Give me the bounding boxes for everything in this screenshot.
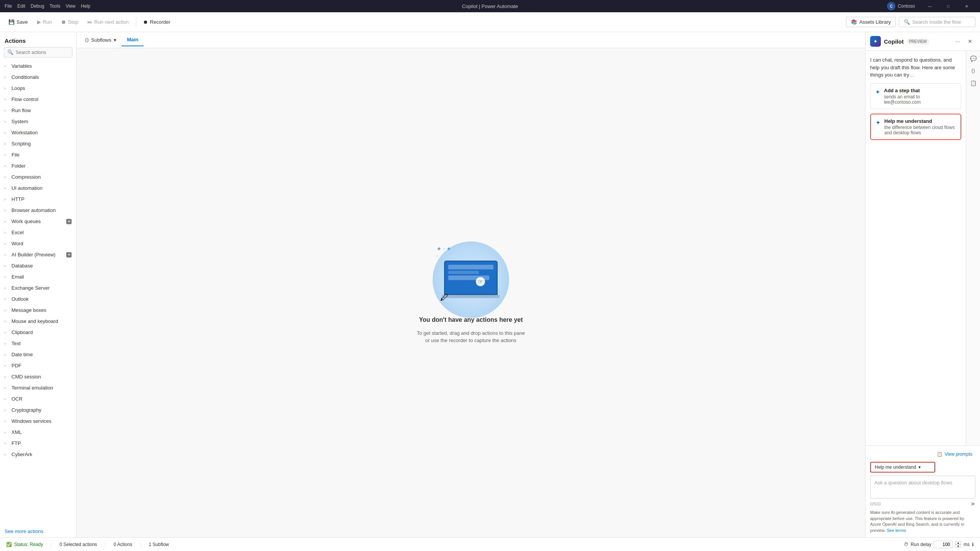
action-item-cmd-session[interactable]: ›CMD session [0,371,76,382]
action-item-scripting[interactable]: ›Scripting [0,138,76,149]
action-item-ftp[interactable]: ›FTP [0,438,76,449]
run-delay-container: ⏱ Run delay ▲ ▼ ms ℹ [904,541,974,548]
search-flow-icon: 🔍 [904,19,910,25]
menu-debug[interactable]: Debug [31,3,44,9]
menu-edit[interactable]: Edit [17,3,25,9]
menu-view[interactable]: View [65,3,75,9]
save-label: Save [16,19,28,25]
chevron-icon: › [5,175,9,179]
delay-increment-button[interactable]: ▲ [955,541,961,544]
chat-input-area: Ask a question about desktop flows [870,476,975,499]
run-icon: ▶ [37,19,41,25]
close-button[interactable]: ✕ [958,0,975,12]
action-item-pdf[interactable]: ›PDF [0,360,76,371]
chevron-icon: › [5,142,9,146]
action-item-flow-control[interactable]: ›Flow control [0,94,76,105]
suggestion-card-add-step[interactable]: ✦ Add a step that sends an email to lee@… [870,83,961,109]
delay-decrement-button[interactable]: ▼ [955,544,961,548]
action-item-clipboard[interactable]: ›Clipboard [0,327,76,338]
action-item-run-flow[interactable]: ›Run flow [0,105,76,116]
action-item-label: Database [11,263,72,269]
recorder-button[interactable]: ⏺ Recorder [139,17,174,27]
copilot-close-button[interactable]: ✕ [965,36,975,47]
action-item-cyberark[interactable]: ›CyberArk [0,449,76,460]
menu-help[interactable]: Help [81,3,90,9]
help-understand-dropdown[interactable]: Help me understand ▾ [870,462,935,473]
assets-library-button[interactable]: 📚 Assets Library [846,17,896,27]
copilot-side-icon-3[interactable]: 📋 [967,77,979,89]
search-actions-icon: 🔍 [7,49,13,55]
main-tab[interactable]: Main [122,34,144,46]
char-count-display: 0/500 [870,502,881,506]
suggestion-add-desc: sends an email to lee@contoso.com [884,94,956,105]
action-item-date-time[interactable]: ›Date time [0,349,76,360]
canvas-body: ✦ · ✦· ☞ 🖊 You don't have any actions he… [77,48,865,537]
action-item-mouse-and-keyboard[interactable]: ›Mouse and keyboard [0,316,76,327]
action-item-excel[interactable]: ›Excel [0,227,76,238]
action-item-ui-automation[interactable]: ›UI automation [0,183,76,194]
action-item-xml[interactable]: ›XML [0,427,76,438]
action-item-label: Mouse and keyboard [11,318,72,324]
chevron-icon: › [5,186,9,190]
chevron-icon: › [5,342,9,346]
statusbar: ✅ Status: Ready | 0 Selected actions | 0… [0,537,980,551]
see-more-actions-link[interactable]: See more actions [0,525,76,537]
action-item-ocr[interactable]: ›OCR [0,393,76,404]
run-button[interactable]: ▶ Run [33,17,56,27]
action-item-label: Exchange Server [11,285,72,291]
action-item-email[interactable]: ›Email [0,271,76,282]
action-item-terminal-emulation[interactable]: ›Terminal emulation [0,382,76,393]
action-item-conditionals[interactable]: ›Conditionals [0,72,76,83]
search-flow-input[interactable]: 🔍 Search inside the flow [899,17,975,27]
action-item-system[interactable]: ›System [0,116,76,127]
action-item-windows-services[interactable]: ›Windows services [0,416,76,427]
illustration-laptop: ☞ [444,261,498,299]
action-item-exchange-server[interactable]: ›Exchange Server [0,282,76,293]
action-item-cryptography[interactable]: ›Cryptography [0,404,76,416]
menu-file[interactable]: File [5,3,12,9]
action-item-label: PDF [11,363,72,368]
run-next-button[interactable]: ⏭ Run next action [83,17,132,27]
action-item-folder[interactable]: ›Folder [0,160,76,171]
send-message-button[interactable]: ➤ [970,500,975,507]
stop-button[interactable]: ⏹ Stop [57,17,82,27]
copilot-more-button[interactable]: ··· [952,36,963,47]
view-prompts-button[interactable]: 📋 View prompts [934,450,975,459]
chevron-icon: › [5,209,9,212]
run-delay-input[interactable] [934,541,953,548]
action-item-database[interactable]: ›Database [0,260,76,271]
action-item-http[interactable]: ›HTTP [0,194,76,205]
action-item-ai-builder-(preview)[interactable]: ›AI Builder (Preview)★ [0,249,76,260]
save-button[interactable]: 💾 Save [5,17,32,27]
chevron-icon: › [5,375,9,379]
search-actions-input[interactable] [16,50,69,55]
action-item-text[interactable]: ›Text [0,338,76,349]
copilot-side-icon-1[interactable]: 💬 [967,52,979,65]
maximize-button[interactable]: □ [939,0,957,12]
copilot-panel: ✦ Copilot PREVIEW ··· ✕ I can chat, resp… [865,32,980,537]
action-item-loops[interactable]: ›Loops [0,83,76,94]
suggestion-help-icon: ✦ [875,119,880,135]
action-item-message-boxes[interactable]: ›Message boxes [0,305,76,316]
action-item-work-queues[interactable]: ›Work queues★ [0,216,76,227]
suggestion-help-desc: the difference between cloud flows and d… [884,125,956,135]
action-item-word[interactable]: ›Word [0,238,76,249]
minimize-button[interactable]: — [921,0,939,12]
see-terms-link[interactable]: See terms [887,528,906,533]
suggestion-card-help[interactable]: ✦ Help me understand the difference betw… [870,114,961,140]
action-item-label: Windows services [11,418,72,424]
menu-tools[interactable]: Tools [49,3,60,9]
action-item-workstation[interactable]: ›Workstation [0,127,76,138]
action-item-file[interactable]: ›File [0,149,76,160]
empty-desc-line1: To get started, drag and drop actions to… [417,330,525,336]
action-item-label: Word [11,241,72,246]
copilot-side-icon-2[interactable]: ⟨⟩ [967,65,979,77]
action-item-compression[interactable]: ›Compression [0,171,76,183]
subflows-dropdown-button[interactable]: ⟨⟩ Subflows ▾ [81,34,120,46]
status-label: Status: Ready [14,542,43,547]
action-item-outlook[interactable]: ›Outlook [0,293,76,305]
action-item-label: CyberArk [11,452,72,457]
action-item-variables[interactable]: ›Variables [0,60,76,72]
subflows-icon: ⟨⟩ [85,37,89,43]
action-item-browser-automation[interactable]: ›Browser automation [0,205,76,216]
